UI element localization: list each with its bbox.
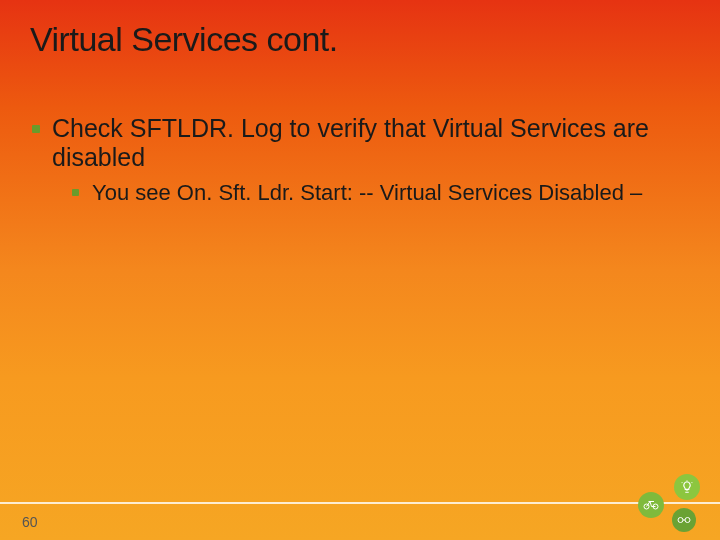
bullet-l2-text: You see On. Sft. Ldr. Start: -- Virtual … — [92, 180, 642, 205]
decorative-icon-cluster — [632, 474, 702, 534]
lightbulb-icon — [674, 474, 700, 500]
bullet-level-2: You see On. Sft. Ldr. Start: -- Virtual … — [70, 180, 700, 206]
glasses-icon — [672, 508, 696, 532]
bullet-square-icon — [72, 189, 79, 196]
svg-line-2 — [692, 482, 693, 483]
bicycle-icon — [638, 492, 664, 518]
slide: Virtual Services cont. Check SFTLDR. Log… — [0, 0, 720, 540]
slide-title: Virtual Services cont. — [30, 20, 338, 59]
footer-divider — [0, 502, 720, 504]
bullet-level-1: Check SFTLDR. Log to verify that Virtual… — [30, 114, 700, 172]
svg-point-6 — [685, 518, 690, 523]
content-block: Check SFTLDR. Log to verify that Virtual… — [30, 114, 700, 206]
svg-line-1 — [682, 482, 683, 483]
bullet-l1-text: Check SFTLDR. Log to verify that Virtual… — [52, 114, 649, 171]
svg-point-5 — [678, 518, 683, 523]
slide-number: 60 — [22, 514, 38, 530]
bullet-square-icon — [32, 125, 40, 133]
